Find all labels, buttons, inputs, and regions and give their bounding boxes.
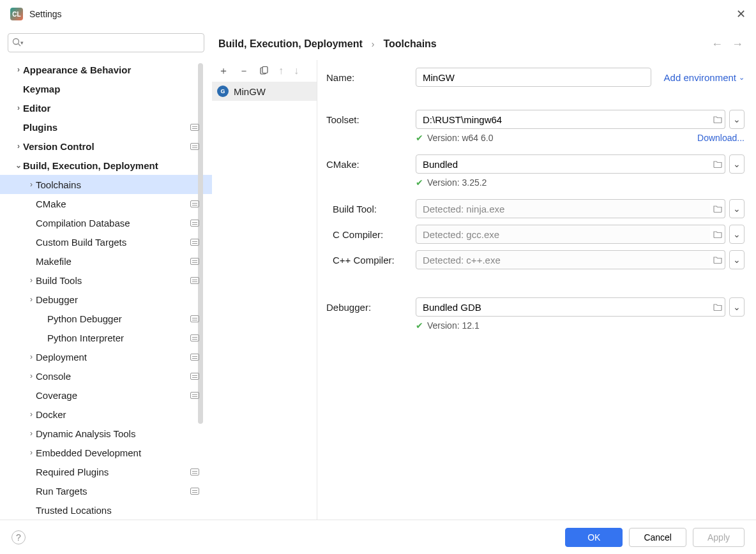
project-config-icon [190,239,199,246]
tree-item[interactable]: ›Run Targets [0,481,212,500]
project-config-icon [190,334,199,341]
tree-item[interactable]: ›Version Control [0,137,212,156]
toolchain-label: MinGW [234,86,266,97]
toolchain-row-mingw[interactable]: G MinGW [212,82,317,101]
build-tool-input[interactable] [416,199,714,218]
name-label: Name: [326,72,416,83]
tree-item[interactable]: ›Trusted Locations [0,500,212,520]
tree-item[interactable]: ›Custom Build Targets [0,232,212,251]
chevron-down-icon: ⌄ [739,73,745,82]
toolchain-details: Name: Add environment⌄ Toolset: [317,60,756,520]
move-down-icon[interactable]: ↓ [294,65,299,77]
tree-item[interactable]: ›Python Interpreter [0,328,212,347]
tree-item-label: Docker [36,409,199,420]
tree-item[interactable]: ›Plugins [0,117,212,137]
tree-item-label: Debugger [36,294,199,305]
tree-item[interactable]: ›Debugger [0,290,212,309]
tree-item[interactable]: ›Deployment [0,347,212,366]
chevron-right-icon: › [27,352,36,361]
tree-item[interactable]: ›Keymap [0,79,212,98]
download-link[interactable]: Download... [697,133,745,143]
search-history-icon[interactable]: ▾ [20,40,24,46]
project-config-icon [190,354,199,361]
tree-item[interactable]: ›Console [0,366,212,386]
browse-folder-icon[interactable] [710,110,725,129]
settings-tree[interactable]: ›Appearance & Behavior›Keymap›Editor›Plu… [0,60,212,520]
browse-folder-icon[interactable] [710,297,725,317]
move-up-icon[interactable]: ↑ [278,65,284,77]
project-config-icon [190,220,199,227]
settings-sidebar: ▾ ›Appearance & Behavior›Keymap›Editor›P… [0,28,212,520]
dialog-footer: ? OK Cancel Apply [0,520,756,554]
toolset-version: Version: w64 6.0 [427,133,494,143]
project-config-icon [190,488,199,495]
debugger-dropdown[interactable]: ⌄ [729,297,745,317]
project-config-icon [190,277,199,284]
search-input[interactable] [8,33,204,52]
tree-item-label: Editor [23,103,199,114]
tree-item[interactable]: ›Embedded Development [0,443,212,462]
tree-item[interactable]: ›Dynamic Analysis Tools [0,424,212,443]
tree-item[interactable]: ›Build Tools [0,271,212,290]
project-config-icon [190,258,199,265]
tree-item-label: Trusted Locations [36,505,199,516]
ok-button[interactable]: OK [565,528,623,547]
toolchain-icon: G [217,86,229,97]
project-config-icon [190,373,199,380]
project-config-icon [190,468,199,475]
browse-folder-icon[interactable] [710,154,725,174]
tree-item-label: Run Targets [36,486,190,497]
cxx-compiler-label: C++ Compiler: [326,255,416,266]
tree-item[interactable]: ›Coverage [0,386,212,405]
c-compiler-input[interactable] [416,225,714,244]
cc-dropdown[interactable]: ⌄ [729,225,745,244]
cmake-dropdown[interactable]: ⌄ [729,154,745,174]
cxx-dropdown[interactable]: ⌄ [729,250,745,269]
nav-back-icon[interactable]: ← [711,38,723,51]
tree-item[interactable]: ›Makefile [0,251,212,271]
close-icon[interactable]: ✕ [736,7,746,21]
tree-item[interactable]: ›Toolchains [0,175,212,194]
tree-item[interactable]: ⌄Build, Execution, Deployment [0,156,212,175]
copy-toolchain-icon[interactable] [259,66,268,75]
browse-folder-icon[interactable] [710,225,725,244]
remove-toolchain-icon[interactable]: － [239,64,249,78]
breadcrumb-parent[interactable]: Build, Execution, Deployment [218,38,363,50]
debugger-input[interactable] [416,297,714,317]
project-config-icon [190,200,199,207]
toolchain-list: ＋ － ↑ ↓ G MinGW [212,60,317,520]
chevron-down-icon: ⌄ [14,161,23,170]
tree-item[interactable]: ›Docker [0,405,212,424]
tree-item[interactable]: ›CMake [0,194,212,213]
cxx-compiler-input[interactable] [416,250,714,269]
tree-item[interactable]: ›Required Plugins [0,462,212,481]
tree-item-label: Makefile [36,256,190,267]
tree-item[interactable]: ›Compilation Database [0,213,212,232]
help-icon[interactable]: ? [11,530,26,544]
browse-folder-icon[interactable] [710,199,725,218]
apply-button[interactable]: Apply [693,528,745,547]
tree-item-label: Compilation Database [36,218,190,228]
toolset-input[interactable] [416,110,714,129]
nav-forward-icon[interactable]: → [732,38,743,51]
debugger-label: Debugger: [326,302,416,313]
chevron-right-icon: › [14,65,23,74]
tree-item[interactable]: ›Appearance & Behavior [0,60,212,79]
add-environment-link[interactable]: Add environment⌄ [664,72,745,83]
chevron-right-icon: › [27,276,36,285]
svg-rect-3 [262,67,268,73]
cancel-button[interactable]: Cancel [629,528,686,547]
chevron-right-icon: › [27,429,36,438]
tree-item[interactable]: ›Python Debugger [0,309,212,328]
browse-folder-icon[interactable] [710,250,725,269]
tree-item-label: Toolchains [36,179,199,190]
tree-item-label: Required Plugins [36,467,190,477]
add-toolchain-icon[interactable]: ＋ [218,64,229,78]
toolset-dropdown[interactable]: ⌄ [729,110,745,129]
toolset-label: Toolset: [326,114,416,125]
tree-item[interactable]: ›Editor [0,98,212,117]
chevron-right-icon: › [14,142,23,151]
name-input[interactable] [416,68,651,87]
build-dropdown[interactable]: ⌄ [729,199,745,218]
cmake-input[interactable] [416,154,714,174]
